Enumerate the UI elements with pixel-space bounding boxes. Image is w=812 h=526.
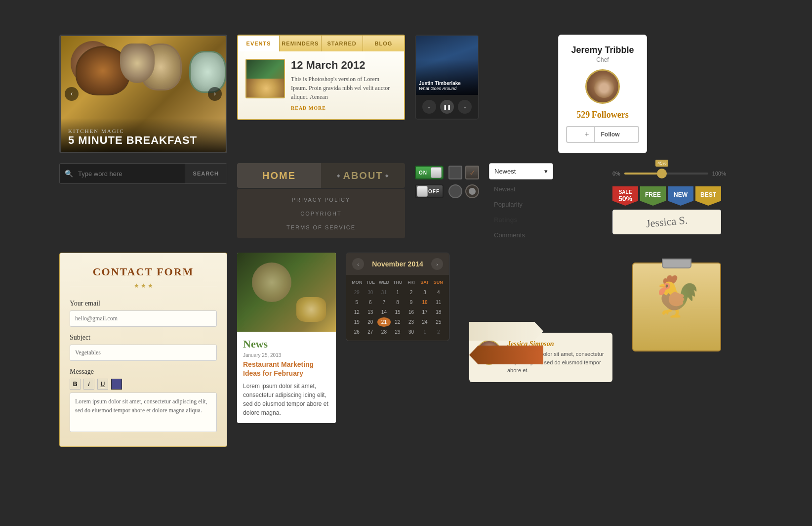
nav-about[interactable]: ◆ ABOUT ◆: [321, 163, 405, 188]
music-play-button[interactable]: ❚❚: [440, 100, 454, 114]
cal-cell[interactable]: 11: [432, 298, 445, 307]
message-field[interactable]: Lorem ipsum dolor sit amet, consectetur …: [70, 393, 217, 432]
badge-sale: SALE 50%: [612, 186, 638, 206]
cal-cell[interactable]: 9: [405, 298, 418, 307]
cal-cell[interactable]: 13: [364, 307, 377, 317]
cal-cell-today[interactable]: 21: [377, 317, 391, 327]
news-headline[interactable]: Restaurant Marketing Ideas for February: [243, 360, 330, 378]
tab-blog[interactable]: BLOG: [363, 36, 404, 51]
cal-cell[interactable]: 19: [350, 317, 364, 327]
cal-cell-highlight[interactable]: 10: [418, 298, 432, 307]
cal-cell[interactable]: 25: [432, 317, 445, 327]
nav-menu: HOME ◆ ABOUT ◆ PRIVACY POLICY COPYRIGHT …: [237, 163, 405, 238]
form-divider: ★ ★ ★: [70, 282, 217, 290]
bold-button[interactable]: B: [70, 379, 81, 390]
cal-cell[interactable]: 6: [364, 298, 377, 307]
follow-plus-icon: +: [579, 127, 595, 142]
cal-cell[interactable]: 18: [432, 307, 445, 317]
toggle-off-switch[interactable]: OFF: [415, 184, 444, 198]
cal-cell[interactable]: 7: [377, 298, 391, 307]
cal-cell[interactable]: 28: [377, 327, 391, 337]
cal-cell[interactable]: 20: [364, 317, 377, 327]
toggle-controls: ON ✓ OFF: [415, 163, 479, 198]
signature-text: Jessica S.: [646, 214, 688, 230]
cal-cell[interactable]: 24: [418, 317, 432, 327]
dropdown-option-newest[interactable]: Newest: [489, 181, 553, 197]
divider-stars: ★ ★ ★: [134, 282, 153, 290]
cal-cell[interactable]: 16: [405, 307, 418, 317]
calendar-grid: MON TUE WED THU FRI SAT SUN 29 30 31 1 2…: [346, 275, 449, 341]
nav-link-terms[interactable]: TERMS OF SERVICE: [237, 220, 405, 234]
cal-cell[interactable]: 17: [418, 307, 432, 317]
music-controls: « ❚❚ »: [416, 95, 478, 119]
about-dot-right: ◆: [385, 174, 389, 178]
signature-area: Jessica S.: [612, 210, 721, 234]
cal-cell[interactable]: 2: [405, 288, 418, 297]
calendar-prev-button[interactable]: ‹: [352, 258, 364, 270]
news-date: January 25, 2013: [243, 352, 330, 358]
music-next-button[interactable]: »: [458, 100, 472, 114]
nav-links: PRIVACY POLICY COPYRIGHT TERMS OF SERVIC…: [237, 189, 405, 238]
cal-cell[interactable]: 27: [364, 327, 377, 337]
dropdown-option-ratings[interactable]: Ratings: [489, 212, 553, 227]
cal-cell[interactable]: 23: [405, 317, 418, 327]
arrow-dark: [469, 346, 543, 364]
radio-checked[interactable]: [465, 184, 479, 198]
cal-cell[interactable]: 2: [432, 327, 445, 337]
cal-cell[interactable]: 29: [391, 327, 405, 337]
news-section-label: News: [243, 338, 330, 351]
news-body: News January 25, 2013 Restaurant Marketi…: [237, 332, 336, 423]
badges-section: SALE 50% FREE NEW BEST Jessica S.: [612, 186, 726, 234]
slider-prev-button[interactable]: ‹: [65, 87, 79, 101]
slider-thumb[interactable]: 45%: [657, 169, 667, 178]
slider-fill: [624, 173, 662, 175]
nav-link-privacy[interactable]: PRIVACY POLICY: [237, 193, 405, 207]
search-icon: 🔍: [60, 170, 78, 178]
tab-reminders[interactable]: REMINDERS: [280, 36, 321, 51]
search-button[interactable]: SEARCH: [185, 164, 227, 183]
cal-cell[interactable]: 31: [377, 288, 391, 297]
clipboard-clip: [662, 259, 691, 268]
cal-cell[interactable]: 1: [418, 327, 432, 337]
dropdown-option-popularity[interactable]: Popularity: [489, 197, 553, 212]
tab-thumbnail: [245, 59, 285, 98]
tab-read-more[interactable]: READ MORE: [291, 105, 326, 111]
cal-cell[interactable]: 1: [391, 288, 405, 297]
cal-cell[interactable]: 29: [350, 288, 364, 297]
cal-cell[interactable]: 12: [350, 307, 364, 317]
tab-date: 12 March 2012: [291, 59, 397, 72]
cal-cell[interactable]: 30: [405, 327, 418, 337]
nav-link-copyright[interactable]: COPYRIGHT: [237, 207, 405, 220]
cal-cell[interactable]: 30: [364, 288, 377, 297]
dropdown-select[interactable]: Newest ▾: [489, 163, 553, 179]
search-input[interactable]: [78, 170, 185, 177]
toggle-on-switch[interactable]: ON: [415, 166, 444, 179]
music-prev-button[interactable]: «: [422, 100, 436, 114]
tab-starred[interactable]: STARRED: [322, 36, 363, 51]
slider-track[interactable]: 45%: [624, 173, 708, 175]
cal-cell[interactable]: 14: [377, 307, 391, 317]
cal-cell[interactable]: 15: [391, 307, 405, 317]
dropdown-option-comments[interactable]: Comments: [489, 227, 553, 243]
badge-new: NEW: [668, 186, 693, 206]
calendar-next-button[interactable]: ›: [431, 258, 443, 270]
italic-button[interactable]: I: [83, 379, 94, 390]
cal-cell[interactable]: 22: [391, 317, 405, 327]
profile-follow-button[interactable]: + Follow: [566, 126, 639, 143]
cal-cell[interactable]: 3: [418, 288, 432, 297]
tab-events[interactable]: EVENTS: [238, 36, 280, 51]
checkbox-checked[interactable]: ✓: [465, 166, 479, 179]
email-field[interactable]: [70, 310, 217, 327]
cal-cell[interactable]: 4: [432, 288, 445, 297]
toggle-row-1: ON ✓: [415, 166, 479, 179]
cal-cell[interactable]: 26: [350, 327, 364, 337]
slider-next-button[interactable]: ›: [208, 87, 222, 101]
nav-home[interactable]: HOME: [237, 163, 321, 188]
cal-cell[interactable]: 8: [391, 298, 405, 307]
subject-field[interactable]: [70, 345, 217, 361]
radio-unchecked[interactable]: [448, 184, 462, 198]
checkbox-unchecked[interactable]: [448, 166, 462, 179]
cal-cell[interactable]: 5: [350, 298, 364, 307]
underline-button[interactable]: U: [97, 379, 108, 390]
color-picker-button[interactable]: [111, 379, 122, 390]
